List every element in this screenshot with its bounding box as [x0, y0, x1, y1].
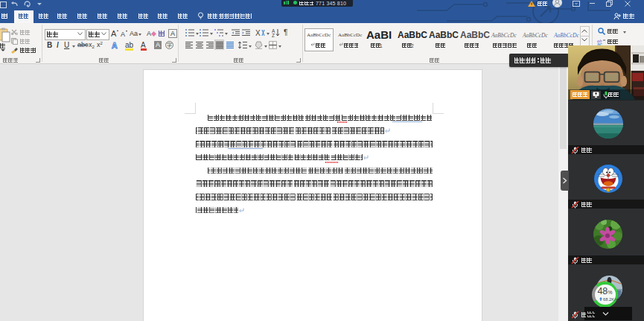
svg-text:X: X: [255, 29, 261, 37]
svg-text:Z: Z: [272, 33, 275, 37]
